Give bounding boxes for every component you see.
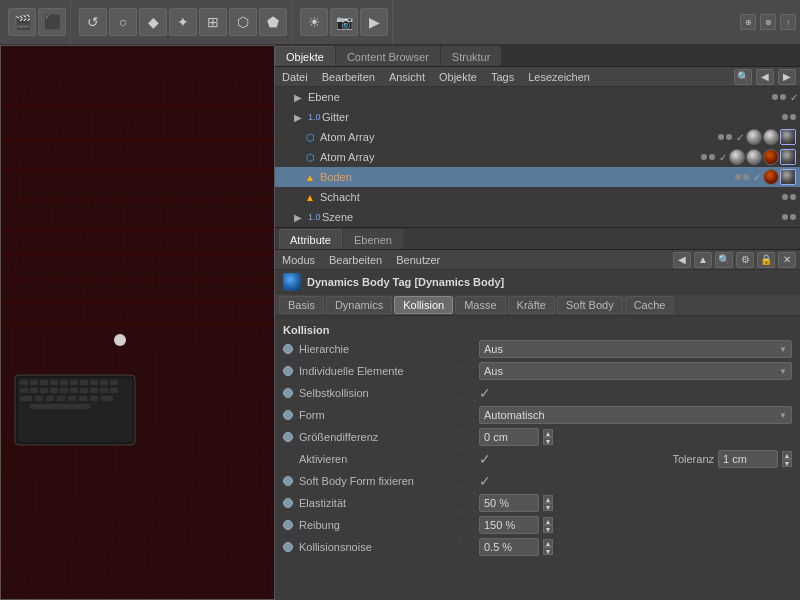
prop-input-elastizitaet[interactable]: 50 % <box>479 494 539 512</box>
menu-objekte[interactable]: Objekte <box>436 71 480 83</box>
toolbar-icon-film[interactable]: 🎬 <box>8 8 36 36</box>
obj-dots-atom2 <box>701 154 715 160</box>
svg-rect-44 <box>68 396 76 401</box>
attr-search-btn[interactable]: 🔍 <box>715 252 733 268</box>
obj-row-gitter[interactable]: ▶ 1.0 Gitter <box>275 107 800 127</box>
menu-ansicht[interactable]: Ansicht <box>386 71 428 83</box>
prop-input-groesse[interactable]: 0 cm <box>479 428 539 446</box>
attr-menu-bearbeiten[interactable]: Bearbeiten <box>326 254 385 266</box>
obj-row-schacht[interactable]: ▲ Schacht <box>275 187 800 207</box>
attr-nav-btn[interactable]: ▲ <box>694 252 712 268</box>
prop-label-hierarchie: Hierarchie <box>299 343 459 355</box>
prop-arrow-down-noise[interactable]: ▼ <box>543 547 553 555</box>
tab-objekte[interactable]: Objekte <box>275 46 335 66</box>
attr-lock-btn[interactable]: 🔒 <box>757 252 775 268</box>
prop-tab-kraefte[interactable]: Kräfte <box>508 296 555 314</box>
prop-tab-kollision[interactable]: Kollision <box>394 296 453 314</box>
viewport-ctrl-btn-3[interactable]: ↑ <box>780 14 796 30</box>
prop-arrow-up-reibung[interactable]: ▲ <box>543 517 553 525</box>
menu-bearbeiten[interactable]: Bearbeiten <box>319 71 378 83</box>
prop-arrow-up-toleranz[interactable]: ▲ <box>782 451 792 459</box>
prop-arrow-down-reibung[interactable]: ▼ <box>543 525 553 533</box>
prop-dropdown-individuelle[interactable]: Aus ▼ <box>479 362 792 380</box>
svg-rect-0 <box>0 45 275 600</box>
obj-nav-btn2[interactable]: ▶ <box>778 69 796 85</box>
obj-nav-btn[interactable]: ◀ <box>756 69 774 85</box>
prop-indicator-form <box>283 410 293 420</box>
toolbar-icon-grid[interactable]: ⊞ <box>199 8 227 36</box>
dot2 <box>726 134 732 140</box>
attr-menu-benutzer[interactable]: Benutzer <box>393 254 443 266</box>
prop-label-aktivieren: Aktivieren <box>299 453 459 465</box>
viewport[interactable] <box>0 45 275 600</box>
tab-struktur[interactable]: Struktur <box>441 46 502 66</box>
tab-attribute[interactable]: Attribute <box>279 229 342 249</box>
attr-menubar: Modus Bearbeiten Benutzer ◀ ▲ 🔍 ⚙ 🔒 ✕ <box>275 250 800 270</box>
prop-input-reibung[interactable]: 150 % <box>479 516 539 534</box>
attr-tabs-bar: Attribute Ebenen <box>275 228 800 250</box>
prop-arrow-down-toleranz[interactable]: ▼ <box>782 459 792 467</box>
toolbar-icon-box[interactable]: ⬛ <box>38 8 66 36</box>
prop-dropdown-hierarchie[interactable]: Aus ▼ <box>479 340 792 358</box>
prop-arrow-up-noise[interactable]: ▲ <box>543 539 553 547</box>
obj-row-atom2[interactable]: ⬡ Atom Array ✓ <box>275 147 800 167</box>
tab-content-browser[interactable]: Content Browser <box>336 46 440 66</box>
obj-row-boden[interactable]: ▲ Boden ✓ <box>275 167 800 187</box>
svg-rect-39 <box>110 388 118 393</box>
attr-back-btn[interactable]: ◀ <box>673 252 691 268</box>
obj-dots-szene <box>782 214 796 220</box>
prop-input-noise[interactable]: 0.5 % <box>479 538 539 556</box>
menu-lesezeichen[interactable]: Lesezeichen <box>525 71 593 83</box>
obj-search-btn[interactable]: 🔍 <box>734 69 752 85</box>
svg-rect-46 <box>90 396 98 401</box>
toolbar-icon-rotate[interactable]: ↺ <box>79 8 107 36</box>
tab-ebenen[interactable]: Ebenen <box>343 229 403 249</box>
svg-rect-26 <box>80 380 88 385</box>
prop-input-toleranz[interactable]: 1 cm <box>718 450 778 468</box>
toolbar-icon-render[interactable]: ▶ <box>360 8 388 36</box>
dot1 <box>718 134 724 140</box>
prop-indicator-groesse <box>283 432 293 442</box>
toolbar-icon-light[interactable]: ☀ <box>300 8 328 36</box>
obj-name-gitter: Gitter <box>322 111 782 123</box>
prop-indicator-softbody <box>283 476 293 486</box>
prop-value-form: Automatisch ▼ <box>479 406 792 424</box>
attr-panel: Attribute Ebenen Modus Bearbeiten Benutz… <box>275 228 800 600</box>
prop-arrow-up-groesse[interactable]: ▲ <box>543 429 553 437</box>
dot1 <box>782 194 788 200</box>
obj-row-szene[interactable]: ▶ 1.0 Szene <box>275 207 800 227</box>
prop-tab-soft-body[interactable]: Soft Body <box>557 296 623 314</box>
toolbar-icon-circle[interactable]: ○ <box>109 8 137 36</box>
prop-tab-basis[interactable]: Basis <box>279 296 324 314</box>
obj-row-ebene[interactable]: ▶ Ebene ✓ <box>275 87 800 107</box>
toolbar-icon-diamond[interactable]: ◆ <box>139 8 167 36</box>
check-icon-aktivieren: ✓ <box>479 451 491 467</box>
prop-tab-dynamics[interactable]: Dynamics <box>326 296 392 314</box>
toolbar-icon-camera[interactable]: 📷 <box>330 8 358 36</box>
viewport-ctrl-btn-1[interactable]: ⊕ <box>740 14 756 30</box>
prop-arrow-down-elastizitaet[interactable]: ▼ <box>543 503 553 511</box>
attr-close-btn[interactable]: ✕ <box>778 252 796 268</box>
prop-row-elastizitaet: Elastizität · · · · · · · · 50 % ▲ ▼ <box>275 492 800 514</box>
prop-arrow-up-elastizitaet[interactable]: ▲ <box>543 495 553 503</box>
prop-arrow-down-groesse[interactable]: ▼ <box>543 437 553 445</box>
menu-datei[interactable]: Datei <box>279 71 311 83</box>
prop-tab-cache[interactable]: Cache <box>625 296 675 314</box>
svg-rect-25 <box>70 380 78 385</box>
obj-name-szene: Szene <box>322 211 782 223</box>
viewport-ctrl-btn-2[interactable]: ⊗ <box>760 14 776 30</box>
attr-menu-modus[interactable]: Modus <box>279 254 318 266</box>
toleranz-label: Toleranz <box>672 453 714 465</box>
obj-row-atom1[interactable]: ⬡ Atom Array ✓ <box>275 127 800 147</box>
toolbar-icon-star[interactable]: ✦ <box>169 8 197 36</box>
toolbar-icon-mesh[interactable]: ⬡ <box>229 8 257 36</box>
prop-tab-masse[interactable]: Masse <box>455 296 505 314</box>
menu-tags[interactable]: Tags <box>488 71 517 83</box>
toolbar-icon-shape[interactable]: ⬟ <box>259 8 287 36</box>
prop-indicator-individuelle <box>283 366 293 376</box>
prop-arrows-noise: ▲ ▼ <box>543 539 553 555</box>
prop-dropdown-form[interactable]: Automatisch ▼ <box>479 406 792 424</box>
obj-dots-schacht <box>782 194 796 200</box>
obj-mats-atom1 <box>746 129 796 145</box>
attr-settings-btn[interactable]: ⚙ <box>736 252 754 268</box>
